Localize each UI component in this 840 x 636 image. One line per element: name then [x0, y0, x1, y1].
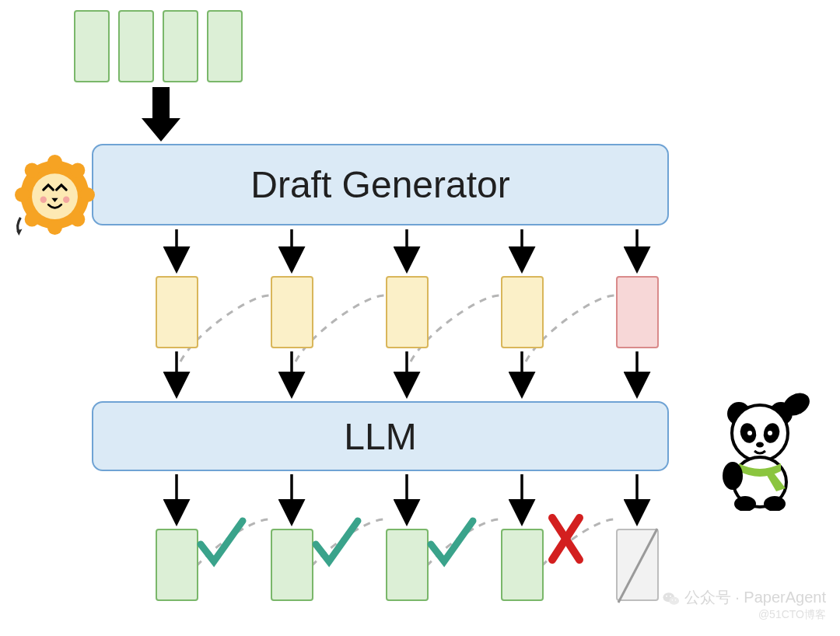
svg-point-48 — [674, 599, 676, 601]
wechat-icon — [663, 591, 680, 606]
panda-icon — [709, 390, 818, 511]
watermark: 公众号 · PaperAgent @51CTO博客 — [663, 587, 826, 622]
draft-generator-label: Draft Generator — [250, 163, 509, 206]
svg-point-25 — [15, 187, 30, 202]
draft-generator-box: Draft Generator — [92, 144, 669, 225]
watermark-line2: @51CTO博客 — [663, 608, 826, 622]
output-token — [386, 529, 429, 601]
output-token — [271, 529, 313, 601]
draft-token — [501, 276, 544, 348]
cross-icon — [552, 518, 579, 560]
output-token — [501, 529, 544, 601]
arrows-llm-to-output — [177, 474, 637, 521]
input-token — [163, 10, 198, 82]
input-token — [118, 10, 154, 82]
svg-point-19 — [47, 155, 62, 169]
svg-point-37 — [768, 431, 772, 435]
svg-line-17 — [552, 518, 579, 560]
svg-point-23 — [47, 220, 62, 235]
watermark-line1: 公众号 · PaperAgent — [684, 589, 826, 606]
check-icon — [316, 521, 358, 561]
check-icon — [431, 521, 473, 561]
output-token-discarded — [616, 529, 659, 601]
svg-point-47 — [671, 599, 673, 601]
svg-rect-0 — [152, 87, 170, 120]
llm-box: LLM — [92, 401, 669, 471]
svg-point-22 — [70, 212, 85, 227]
draft-token-rejected — [616, 276, 659, 348]
output-token — [156, 529, 198, 601]
draft-token — [386, 276, 429, 348]
svg-point-21 — [80, 187, 95, 202]
arrows-tokens-to-llm — [177, 351, 637, 393]
arrows-draft-to-tokens — [177, 229, 637, 268]
svg-point-36 — [747, 431, 752, 435]
svg-point-27 — [32, 173, 78, 219]
svg-point-24 — [25, 212, 40, 227]
draft-token — [271, 276, 313, 348]
llm-label: LLM — [344, 415, 416, 458]
input-token — [74, 10, 110, 82]
svg-point-45 — [666, 596, 667, 597]
svg-point-46 — [670, 596, 671, 597]
svg-line-16 — [552, 518, 579, 560]
svg-point-28 — [40, 197, 47, 203]
draft-token — [156, 276, 198, 348]
svg-point-40 — [723, 462, 743, 490]
svg-point-38 — [756, 442, 764, 448]
svg-point-20 — [70, 163, 85, 178]
svg-point-44 — [669, 596, 679, 604]
arrow-input-to-draft — [142, 87, 180, 142]
svg-point-29 — [63, 197, 69, 203]
lion-icon — [14, 154, 96, 236]
check-icon — [201, 521, 243, 561]
svg-point-26 — [25, 163, 40, 178]
input-token — [207, 10, 243, 82]
